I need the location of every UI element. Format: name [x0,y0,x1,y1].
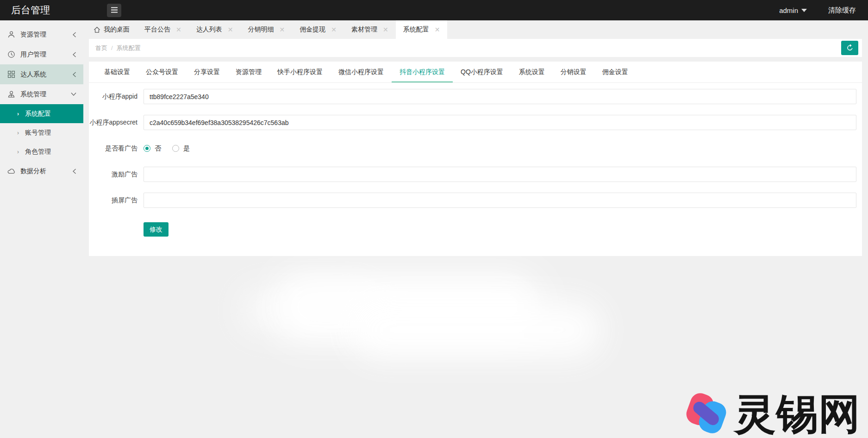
radio-no-label[interactable]: 否 [155,144,161,153]
sidebar-subitem-label: 角色管理 [25,148,51,156]
breadcrumb-home[interactable]: 首页 [95,44,107,52]
tab-distribution-detail[interactable]: 分销明细 ✕ [240,20,292,39]
close-icon[interactable]: ✕ [435,26,440,33]
interstitial-ad-input[interactable] [144,193,856,208]
user-name: admin [779,6,798,14]
chevron-left-icon [72,169,76,174]
douyin-settings-form: 小程序appid 小程序appsecret 是否看广告 否 是 激励广告 插屏广… [89,83,862,237]
tab-basic-settings[interactable]: 基础设置 [96,62,138,82]
user-icon [7,31,15,38]
tab-system-config[interactable]: 系统配置 ✕ [396,20,448,39]
logo-icon [685,391,730,436]
sidebar: 资源管理 用户管理 达人系统 系统管理 › 系统配置 [0,20,83,438]
home-icon [94,26,100,33]
sidebar-subitem-account-manage[interactable]: › 账号管理 [0,123,83,142]
sidebar-subitem-role-manage[interactable]: › 角色管理 [0,142,83,161]
sidebar-item-analytics[interactable]: 数据分析 [0,161,83,181]
close-icon[interactable]: ✕ [331,26,337,33]
tab-expert-list[interactable]: 达人列表 ✕ [189,20,241,39]
breadcrumb-bar: 首页 / 系统配置 [89,39,862,57]
watch-ad-label: 是否看广告 [89,144,137,153]
tab-system-settings[interactable]: 系统设置 [511,62,553,82]
chevron-right-icon: › [17,111,19,117]
person-icon [7,90,15,98]
clock-icon [7,50,15,58]
tab-commission-withdraw[interactable]: 佣金提现 ✕ [292,20,344,39]
sidebar-item-users[interactable]: 用户管理 [0,44,83,64]
chevron-left-icon [72,32,76,38]
close-icon[interactable]: ✕ [383,26,388,33]
form-row-interstitial-ad: 插屏广告 [89,193,856,208]
settings-panel: 基础设置 公众号设置 分享设置 资源管理 快手小程序设置 微信小程序设置 抖音小… [89,62,862,256]
tab-qq-miniapp-settings[interactable]: QQ小程序设置 [453,62,511,82]
tab-distribution-settings[interactable]: 分销设置 [553,62,594,82]
tab-commission-settings[interactable]: 佣金设置 [594,62,636,82]
sidebar-item-label: 用户管理 [20,50,46,59]
sidebar-item-label: 数据分析 [20,167,46,175]
sidebar-item-system[interactable]: 系统管理 [0,84,83,104]
close-icon[interactable]: ✕ [176,26,181,33]
logo-text: 灵锡网 [734,393,861,435]
sidebar-item-experts[interactable]: 达人系统 [0,64,83,84]
tab-kuaishou-miniapp-settings[interactable]: 快手小程序设置 [269,62,331,82]
tab-label: 我的桌面 [104,25,130,34]
tab-label: 佣金提现 [300,25,325,34]
reward-ad-label: 激励广告 [89,170,137,179]
reward-ad-input[interactable] [144,167,856,182]
user-menu[interactable]: admin [779,6,807,14]
chevron-down-icon [801,9,807,12]
hamburger-icon [111,7,118,14]
tab-share-settings[interactable]: 分享设置 [186,62,228,82]
sidebar-toggle-button[interactable] [107,4,121,17]
window-tab-bar: 我的桌面 平台公告 ✕ 达人列表 ✕ 分销明细 ✕ 佣金提现 ✕ 素材管理 ✕ … [83,20,868,39]
topbar-right: admin 清除缓存 [779,6,868,15]
close-icon[interactable]: ✕ [279,26,285,33]
appid-input[interactable] [144,89,856,104]
sidebar-item-label: 资源管理 [20,31,46,39]
form-row-reward-ad: 激励广告 [89,167,856,182]
sidebar-item-label: 系统管理 [20,90,46,99]
tab-label: 达人列表 [196,25,222,34]
tab-platform-notice[interactable]: 平台公告 ✕ [137,20,189,39]
chevron-right-icon: › [17,149,19,155]
sidebar-item-resources[interactable]: 资源管理 [0,25,83,44]
sidebar-subitem-system-config[interactable]: › 系统配置 [0,104,83,123]
tab-material-manage[interactable]: 素材管理 ✕ [344,20,396,39]
interstitial-ad-label: 插屏广告 [89,196,137,205]
tab-wechat-miniapp-settings[interactable]: 微信小程序设置 [331,62,392,82]
refresh-button[interactable] [841,41,858,55]
refresh-icon [846,44,854,53]
submit-button[interactable]: 修改 [144,222,169,237]
radio-yes[interactable] [172,145,179,152]
radio-yes-label[interactable]: 是 [183,144,190,153]
appsecret-input[interactable] [144,115,856,130]
tab-label: 系统配置 [403,25,429,34]
tab-my-desktop[interactable]: 我的桌面 [86,20,137,39]
tab-douyin-miniapp-settings[interactable]: 抖音小程序设置 [392,62,453,82]
app-title: 后台管理 [0,4,83,17]
sidebar-item-label: 达人系统 [20,70,46,79]
chevron-left-icon [72,72,76,77]
breadcrumb-separator: / [111,44,113,51]
sidebar-subitem-label: 账号管理 [25,129,51,137]
radio-no[interactable] [144,145,150,152]
site-logo: 灵锡网 [685,391,861,436]
tab-label: 分销明细 [248,25,274,34]
cloud-icon [7,167,15,175]
close-icon[interactable]: ✕ [228,26,233,33]
watch-ad-radio-group: 否 是 [144,141,201,156]
sidebar-subitem-label: 系统配置 [25,110,51,118]
tab-label: 素材管理 [351,25,377,34]
settings-tab-bar: 基础设置 公众号设置 分享设置 资源管理 快手小程序设置 微信小程序设置 抖音小… [89,62,862,83]
tab-official-account-settings[interactable]: 公众号设置 [138,62,186,82]
tab-label: 平台公告 [144,25,170,34]
tab-resource-settings[interactable]: 资源管理 [228,62,269,82]
chevron-left-icon [72,52,76,57]
grid-icon [7,70,15,78]
appsecret-label: 小程序appsecret [89,118,137,127]
clear-cache-button[interactable]: 清除缓存 [828,6,856,15]
watermark-blur [352,301,602,359]
topbar: 后台管理 admin 清除缓存 [0,0,868,20]
breadcrumb-current: 系统配置 [117,44,141,52]
form-row-appid: 小程序appid [89,89,856,104]
